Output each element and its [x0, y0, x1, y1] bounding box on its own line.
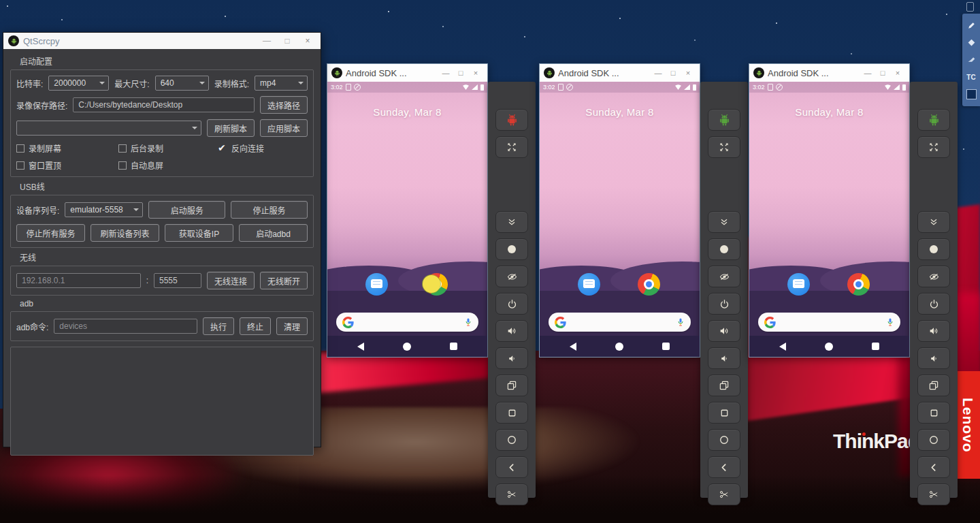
get-device-ip-button[interactable]: 获取设备IP: [165, 224, 233, 242]
close-button[interactable]: ×: [681, 69, 696, 77]
start-adbd-button[interactable]: 启动adbd: [239, 224, 308, 242]
log-output[interactable]: [10, 347, 314, 456]
home-button[interactable]: [495, 429, 528, 451]
app-switch-button[interactable]: [495, 375, 528, 396]
pen-tool-button[interactable]: [965, 20, 977, 32]
eraser-tool-button[interactable]: [965, 37, 977, 49]
android-screen[interactable]: 3:02 Sunday, Mar 8: [749, 82, 909, 357]
back-button[interactable]: [357, 343, 364, 351]
home-button[interactable]: [708, 429, 740, 451]
recents-button[interactable]: [495, 402, 528, 424]
home-button[interactable]: [615, 343, 623, 351]
volume-up-button[interactable]: [708, 320, 740, 342]
minimize-button[interactable]: —: [438, 69, 453, 77]
ip-address-input[interactable]: 192.168.0.1: [16, 273, 141, 288]
back-button[interactable]: [917, 456, 950, 478]
close-button[interactable]: ×: [890, 69, 905, 77]
home-button[interactable]: [403, 343, 411, 351]
home-button[interactable]: [825, 343, 833, 351]
back-button[interactable]: [495, 456, 528, 478]
window-titlebar[interactable]: Android SDK ... — □ ×: [327, 64, 487, 82]
close-button[interactable]: ×: [468, 69, 483, 77]
stop-all-services-button[interactable]: 停止所有服务: [16, 224, 85, 242]
fullscreen-button[interactable]: [917, 136, 950, 158]
app-switch-button[interactable]: [708, 375, 740, 396]
record-format-select[interactable]: mp4: [255, 76, 308, 91]
refresh-script-button[interactable]: 刷新脚本: [207, 119, 255, 137]
adb-command-input[interactable]: devices: [54, 319, 197, 334]
script-select[interactable]: [16, 121, 201, 136]
checkbox-reverse-connect[interactable]: 反向连接: [218, 142, 264, 154]
execute-button[interactable]: 执行: [203, 317, 234, 335]
screen-off-button[interactable]: [708, 266, 740, 287]
android-screen[interactable]: 3:02 Sunday, Mar 8: [540, 82, 700, 357]
port-input[interactable]: 5555: [154, 273, 201, 288]
screenshot-button[interactable]: [708, 238, 740, 260]
checkbox-window-on-top[interactable]: 窗口置顶: [16, 159, 113, 171]
maximize-button[interactable]: □: [666, 69, 681, 77]
collapse-button[interactable]: [917, 211, 950, 233]
max-size-select[interactable]: 640: [155, 76, 209, 91]
volume-down-button[interactable]: [917, 347, 950, 369]
screenshot-button[interactable]: [495, 238, 528, 260]
android-robot-button[interactable]: [708, 109, 740, 131]
text-tool-button[interactable]: TC: [965, 71, 977, 83]
window-titlebar[interactable]: Android SDK ... — □ ×: [540, 64, 700, 82]
messages-app-icon[interactable]: [578, 273, 600, 296]
refresh-device-list-button[interactable]: 刷新设备列表: [91, 224, 159, 242]
chrome-app-icon[interactable]: [847, 273, 870, 296]
android-robot-button[interactable]: [495, 109, 528, 131]
messages-app-icon[interactable]: [787, 273, 810, 296]
choose-path-button[interactable]: 选择路径: [260, 96, 308, 114]
home-button[interactable]: [917, 429, 950, 451]
minimize-button[interactable]: —: [257, 36, 277, 46]
wireless-disconnect-button[interactable]: 无线断开: [260, 272, 308, 289]
screen-clip-button[interactable]: [495, 484, 528, 505]
terminate-button[interactable]: 终止: [240, 317, 271, 335]
wireless-connect-button[interactable]: 无线连接: [207, 272, 255, 289]
screen-clip-button[interactable]: [708, 484, 740, 505]
recents-button[interactable]: [662, 343, 670, 350]
highlighter-tool-button[interactable]: [965, 54, 977, 66]
screen-clip-button[interactable]: [917, 484, 950, 505]
clear-button[interactable]: 清理: [276, 317, 308, 335]
maximize-button[interactable]: □: [875, 69, 890, 77]
messages-app-icon[interactable]: [365, 273, 388, 296]
window-titlebar[interactable]: Android SDK ... — □ ×: [749, 64, 909, 82]
qtscrcpy-titlebar[interactable]: QtScrcpy — □ ×: [3, 33, 321, 49]
google-search-bar[interactable]: [758, 313, 900, 332]
app-switch-button[interactable]: [917, 375, 950, 396]
screenshot-button[interactable]: [917, 238, 950, 260]
mic-icon[interactable]: [886, 317, 894, 328]
screen-off-button[interactable]: [917, 266, 950, 287]
fullscreen-button[interactable]: [708, 136, 740, 158]
recents-button[interactable]: [872, 343, 879, 350]
recents-button[interactable]: [450, 343, 457, 350]
minimize-button[interactable]: —: [651, 69, 666, 77]
fullscreen-button[interactable]: [495, 136, 528, 158]
chrome-app-icon[interactable]: [638, 273, 660, 296]
power-button[interactable]: [708, 293, 740, 315]
back-button[interactable]: [708, 456, 740, 478]
volume-up-button[interactable]: [917, 320, 950, 342]
back-button[interactable]: [570, 343, 576, 351]
close-button[interactable]: ×: [297, 36, 318, 46]
color-swatch-button[interactable]: [965, 88, 977, 100]
back-button[interactable]: [779, 343, 786, 351]
power-button[interactable]: [917, 293, 950, 315]
google-search-bar[interactable]: [549, 313, 691, 332]
checkbox-record-screen[interactable]: 录制屏幕: [16, 142, 113, 154]
volume-down-button[interactable]: [495, 347, 528, 369]
android-robot-button[interactable]: [917, 109, 950, 131]
checkbox-auto-screen-off[interactable]: 自动息屏: [118, 159, 163, 171]
collapse-button[interactable]: [708, 211, 740, 233]
android-screen[interactable]: 3:02 Sunday, Mar 8: [327, 82, 487, 357]
mic-icon[interactable]: [676, 317, 685, 328]
recents-button[interactable]: [708, 402, 740, 424]
mic-icon[interactable]: [464, 317, 472, 328]
start-service-button[interactable]: 启动服务: [148, 201, 225, 219]
volume-down-button[interactable]: [708, 347, 740, 369]
record-path-input[interactable]: C:/Users/bytedance/Desktop: [73, 97, 255, 112]
maximize-button[interactable]: □: [453, 69, 468, 77]
power-button[interactable]: [495, 293, 528, 315]
